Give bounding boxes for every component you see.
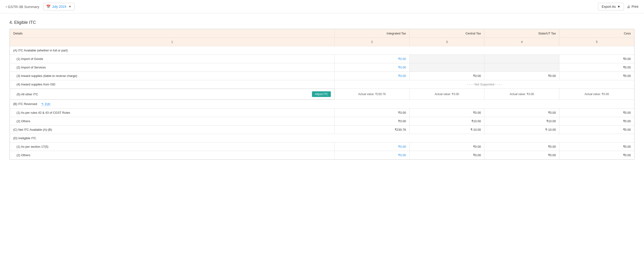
import-services-integrated-val[interactable]: ₹0.00 (398, 66, 406, 69)
import-services-central (409, 63, 484, 72)
col-num-5: 5 (559, 38, 634, 46)
row-import-services: (2) Import of Services ₹0.00 ₹0.00 (10, 63, 634, 72)
adjust-itc-button[interactable]: Adjust ITC (312, 91, 331, 97)
b1-state: ₹0.00 (484, 109, 559, 117)
import-services-label: (2) Import of Services (10, 63, 334, 72)
col-num-3: 3 (409, 38, 484, 46)
export-label: Export As (602, 5, 616, 9)
back-arrow-icon: ‹ (6, 5, 7, 9)
eligible-itc-table: Details Integrated Tax Central Tax State… (10, 29, 634, 159)
col-cess-header: Cess (559, 29, 634, 38)
calendar-icon: 📅 (46, 5, 51, 9)
col-integrated-header: Integrated Tax (334, 29, 409, 38)
back-link[interactable]: ‹ GSTR-3B Summary (6, 5, 40, 9)
d2-label: (2) Others (10, 151, 334, 159)
header: ‹ GSTR-3B Summary 📅 July 2019 ▼ Export A… (0, 0, 644, 14)
section-d-header: (D) Ineligible ITC (10, 134, 634, 143)
print-icon: 🖨 (627, 5, 630, 9)
print-label: Print (632, 5, 638, 9)
table-header-row-1: Details Integrated Tax Central Tax State… (10, 29, 634, 38)
inward-reverse-integrated-val[interactable]: ₹0.00 (398, 74, 406, 78)
net-itc-cess: ₹0.00 (559, 126, 634, 134)
header-left: ‹ GSTR-3B Summary 📅 July 2019 ▼ (6, 3, 74, 10)
page-title: GSTR-3B Summary (8, 5, 39, 9)
inward-reverse-central: ₹0.00 (409, 72, 484, 80)
row-b1: (1) As per rules 42 & 43 of CGST Rules ₹… (10, 109, 634, 117)
row-import-goods: (1) Import of Goods ₹0.00 ₹0.00 (10, 55, 634, 63)
all-other-itc-label: (5) All other ITC (17, 93, 38, 96)
b2-cess: ₹0.00 (559, 117, 634, 126)
b1-central: ₹0.00 (409, 109, 484, 117)
b1-label: (1) As per rules 42 & 43 of CGST Rules (10, 109, 334, 117)
net-itc-central: ₹-10.00 (409, 126, 484, 134)
edit-link[interactable]: ✎ Edit (41, 102, 50, 106)
section-a-label: (A) ITC Available (whether in full or pa… (10, 46, 634, 55)
header-right: Export As ▼ 🖨 Print (598, 3, 638, 10)
b2-label: (2) Others (10, 117, 334, 126)
section-b-header: (B) ITC Reversed ✎ Edit (10, 100, 634, 109)
isd-label: (4) Inward supplies from ISD (10, 80, 334, 89)
all-other-itc-cell: (5) All other ITC Adjust ITC (10, 89, 334, 100)
table-wrapper: Details Integrated Tax Central Tax State… (10, 29, 634, 160)
section-b-label: (B) ITC Reversed (13, 102, 37, 106)
date-picker[interactable]: 📅 July 2019 ▼ (43, 3, 74, 10)
row-all-other-itc: (5) All other ITC Adjust ITC Actual valu… (10, 89, 634, 100)
d2-integrated: ₹0.00 (334, 151, 409, 159)
import-services-state (484, 63, 559, 72)
net-itc-integrated: ₹230.76 (334, 126, 409, 134)
import-goods-integrated: ₹0.00 (334, 55, 409, 63)
col-details-header: Details (10, 29, 334, 38)
edit-label: Edit (45, 102, 50, 106)
export-button[interactable]: Export As ▼ (598, 3, 624, 10)
section-title: 4. Eligible ITC (10, 20, 634, 25)
print-button[interactable]: 🖨 Print (627, 5, 638, 9)
main-content: 4. Eligible ITC Details Integrated Tax C… (0, 14, 644, 166)
b1-integrated: ₹0.00 (334, 109, 409, 117)
net-itc-state: ₹-10.00 (484, 126, 559, 134)
section-d-label: (D) Ineligible ITC (10, 134, 634, 143)
all-other-itc-central: Actual value: ₹0.00 (409, 89, 484, 100)
b1-cess: ₹0.00 (559, 109, 634, 117)
col-num-1: 1 (10, 38, 334, 46)
row-b2: (2) Others ₹0.00 ₹10.00 ₹10.00 ₹0.00 (10, 117, 634, 126)
table-header-row-2: 1 2 3 4 5 (10, 38, 634, 46)
b2-central: ₹10.00 (409, 117, 484, 126)
import-services-cess: ₹0.00 (559, 63, 634, 72)
row-isd: (4) Inward supplies from ISD - - - - Not… (10, 80, 634, 89)
inward-reverse-integrated: ₹0.00 (334, 72, 409, 80)
all-other-itc-integrated: Actual value: ₹230.76 (334, 89, 409, 100)
b2-integrated: ₹0.00 (334, 117, 409, 126)
d2-integrated-val[interactable]: ₹0.00 (398, 153, 406, 157)
import-goods-integrated-val[interactable]: ₹0.00 (398, 57, 406, 61)
inward-reverse-label: (3) Inward supplies (liable to reverse c… (10, 72, 334, 80)
d2-state: ₹0.00 (484, 151, 559, 159)
col-central-header: Central Tax (409, 29, 484, 38)
import-services-integrated: ₹0.00 (334, 63, 409, 72)
row-inward-reverse: (3) Inward supplies (liable to reverse c… (10, 72, 634, 80)
dropdown-arrow-icon: ▼ (68, 5, 72, 8)
all-other-itc-state: Actual value: ₹0.00 (484, 89, 559, 100)
d1-state: ₹0.00 (484, 143, 559, 151)
d1-integrated: ₹0.00 (334, 143, 409, 151)
col-state-header: State/UT Tax (484, 29, 559, 38)
row-d1: (1) As per section 17(5) ₹0.00 ₹0.00 ₹0.… (10, 143, 634, 151)
d2-central: ₹0.00 (409, 151, 484, 159)
col-num-4: 4 (484, 38, 559, 46)
row-d2: (2) Others ₹0.00 ₹0.00 ₹0.00 ₹0.00 (10, 151, 634, 159)
d1-integrated-val[interactable]: ₹0.00 (398, 145, 406, 148)
not-supported-label: - - - - Not Supported - - - - (334, 80, 634, 89)
row-net-itc: (C) Net ITC Available (A)-(B) ₹230.76 ₹-… (10, 126, 634, 134)
edit-pencil-icon: ✎ (41, 102, 44, 106)
d1-label: (1) As per section 17(5) (10, 143, 334, 151)
import-goods-cess: ₹0.00 (559, 55, 634, 63)
inward-reverse-state: ₹0.00 (484, 72, 559, 80)
import-goods-label: (1) Import of Goods (10, 55, 334, 63)
b2-state: ₹10.00 (484, 117, 559, 126)
all-other-itc-cess: Actual value: ₹0.00 (559, 89, 634, 100)
d1-cess: ₹0.00 (559, 143, 634, 151)
inward-reverse-cess: ₹0.00 (559, 72, 634, 80)
col-num-2: 2 (334, 38, 409, 46)
import-goods-central (409, 55, 484, 63)
net-itc-label: (C) Net ITC Available (A)-(B) (10, 126, 334, 134)
export-dropdown-icon: ▼ (617, 5, 620, 9)
